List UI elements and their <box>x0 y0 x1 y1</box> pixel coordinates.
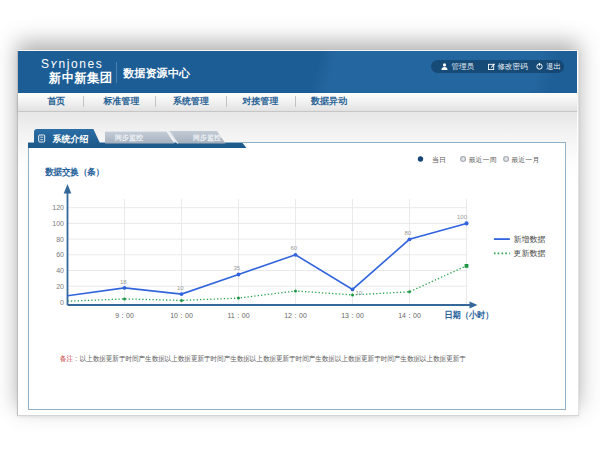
svg-text:最近一周: 最近一周 <box>468 156 496 163</box>
svg-text:120: 120 <box>52 204 64 211</box>
svg-text:100: 100 <box>52 220 64 227</box>
svg-text:10: 10 <box>355 290 362 296</box>
svg-text:10: 10 <box>177 285 184 291</box>
svg-text:10：00: 10：00 <box>170 312 193 319</box>
svg-text:9：00: 9：00 <box>115 312 134 319</box>
svg-text:80: 80 <box>56 236 64 243</box>
svg-text:当日: 当日 <box>431 156 445 164</box>
svg-text:13：00: 13：00 <box>341 312 364 319</box>
svg-text:数据交换（条）: 数据交换（条） <box>44 167 104 177</box>
svg-text:日期（小时）: 日期（小时） <box>444 310 493 320</box>
svg-text:同步监控: 同步监控 <box>193 134 221 142</box>
svg-text:60: 60 <box>56 251 64 258</box>
svg-text:新增数据: 新增数据 <box>513 235 545 244</box>
svg-text:80: 80 <box>404 230 411 236</box>
svg-text:18: 18 <box>120 279 127 285</box>
svg-text:0: 0 <box>60 299 64 306</box>
svg-text:11：00: 11：00 <box>227 312 249 319</box>
svg-text:60: 60 <box>290 245 297 251</box>
svg-text:最近一月: 最近一月 <box>511 156 539 164</box>
svg-text:40: 40 <box>56 267 64 274</box>
svg-text:同步监控: 同步监控 <box>115 134 143 142</box>
svg-text:更新数据: 更新数据 <box>513 249 545 258</box>
svg-text:20: 20 <box>56 283 64 290</box>
svg-text:100: 100 <box>457 214 468 220</box>
svg-text:12：00: 12：00 <box>284 312 307 319</box>
svg-text:14：00: 14：00 <box>398 312 421 319</box>
svg-text:35: 35 <box>233 265 240 271</box>
